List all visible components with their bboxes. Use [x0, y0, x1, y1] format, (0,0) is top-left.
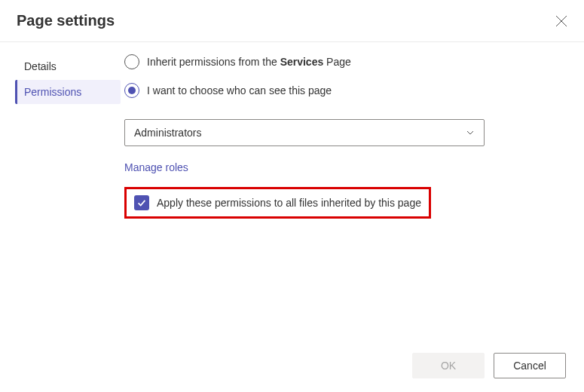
chevron-down-icon	[466, 128, 475, 137]
apply-permissions-label: Apply these permissions to all files inh…	[157, 197, 421, 209]
radio-choose-label: I want to choose who can see this page	[147, 84, 332, 96]
footer: OK Cancel	[412, 353, 566, 378]
radio-choose[interactable]: I want to choose who can see this page	[124, 83, 566, 98]
highlight-annotation: Apply these permissions to all files inh…	[124, 187, 431, 219]
radio-icon	[124, 83, 139, 98]
check-icon	[136, 198, 147, 208]
close-icon	[555, 15, 567, 27]
page-title: Page settings	[17, 12, 115, 29]
apply-permissions-checkbox[interactable]	[134, 195, 149, 210]
main-panel: Inherit permissions from the Services Pa…	[121, 54, 584, 219]
close-button[interactable]	[555, 15, 567, 27]
tab-permissions[interactable]: Permissions	[15, 80, 121, 104]
cancel-button[interactable]: Cancel	[494, 353, 566, 378]
dropdown-selected-value: Administrators	[134, 127, 201, 139]
sidebar: Details Permissions	[0, 54, 121, 219]
radio-icon	[124, 54, 139, 69]
radio-inherit[interactable]: Inherit permissions from the Services Pa…	[124, 54, 566, 69]
tab-details[interactable]: Details	[15, 54, 121, 78]
role-dropdown[interactable]: Administrators	[124, 119, 485, 146]
ok-button: OK	[412, 353, 485, 378]
manage-roles-link[interactable]: Manage roles	[124, 161, 188, 173]
radio-inherit-label: Inherit permissions from the Services Pa…	[147, 56, 351, 68]
